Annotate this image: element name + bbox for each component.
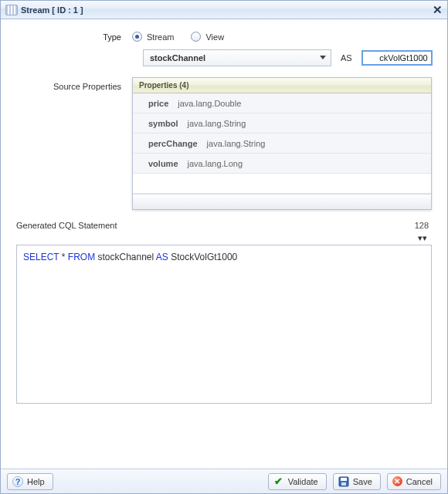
property-name: symbol (148, 119, 188, 128)
property-row[interactable]: volumejava.lang.Long (133, 154, 431, 174)
cql-star: * (59, 252, 67, 262)
alias-input[interactable] (361, 50, 433, 66)
as-label: AS (339, 53, 354, 63)
property-type: java.lang.String (207, 139, 266, 148)
generated-counter: 128 (415, 221, 429, 230)
resize-marks-icon: ▾▾ (418, 233, 427, 242)
property-type: java.lang.String (188, 119, 246, 128)
kw-from: FROM (68, 252, 95, 262)
property-row[interactable]: symboljava.lang.String (133, 113, 431, 134)
grid-footer (133, 194, 431, 209)
help-button[interactable]: ? Help (7, 473, 53, 490)
grid-header: Properties (4) (133, 78, 431, 93)
dropdown-value: stockChannel (150, 53, 205, 63)
source-dropdown[interactable]: stockChannel (143, 49, 331, 66)
cql-textarea[interactable]: SELECT * FROM stockChannel AS StockVolGt… (16, 245, 432, 404)
radio-stream-label: Stream (147, 32, 186, 42)
property-type: java.lang.Long (188, 159, 243, 168)
property-row[interactable]: percChangejava.lang.String (133, 134, 431, 154)
title-bar: Stream [ ID : 1 ] ✕ (1, 1, 447, 19)
cql-alias: StockVolGt1000 (168, 252, 237, 262)
type-label: Type (16, 32, 132, 42)
property-row[interactable]: pricejava.lang.Double (133, 93, 431, 113)
radio-view[interactable] (191, 32, 201, 42)
check-icon: ✔ (273, 476, 284, 487)
radio-stream[interactable] (132, 32, 142, 42)
property-name: percChange (148, 139, 207, 148)
property-type: java.lang.Double (178, 99, 241, 108)
validate-button[interactable]: ✔ Validate (268, 473, 327, 490)
properties-grid: Properties (4) pricejava.lang.Doublesymb… (132, 77, 432, 210)
kw-as: AS (156, 252, 168, 262)
window-title: Stream [ ID : 1 ] (21, 5, 83, 15)
chevron-down-icon (320, 56, 326, 59)
cql-source: stockChannel (95, 252, 156, 262)
generated-label: Generated CQL Statement (16, 221, 117, 230)
cancel-icon: ✕ (392, 476, 402, 486)
save-button[interactable]: Save (333, 473, 381, 490)
svg-rect-2 (341, 482, 346, 486)
grid-empty-row (133, 174, 431, 194)
cancel-button[interactable]: ✕ Cancel (387, 473, 441, 490)
floppy-icon (338, 476, 349, 487)
validate-label: Validate (288, 477, 318, 486)
svg-rect-1 (341, 478, 347, 481)
save-label: Save (353, 477, 372, 486)
close-icon[interactable]: ✕ (433, 3, 443, 17)
property-name: volume (148, 159, 188, 168)
source-properties-label: Source Properties (16, 77, 132, 91)
footer-bar: ? Help ✔ Validate Save ✕ Cancel (1, 469, 447, 493)
stream-icon (5, 5, 18, 15)
property-name: price (148, 99, 178, 108)
help-icon: ? (12, 476, 23, 487)
cancel-label: Cancel (406, 477, 433, 486)
kw-select: SELECT (23, 252, 59, 262)
radio-view-label: View (205, 32, 236, 42)
help-label: Help (27, 477, 45, 486)
